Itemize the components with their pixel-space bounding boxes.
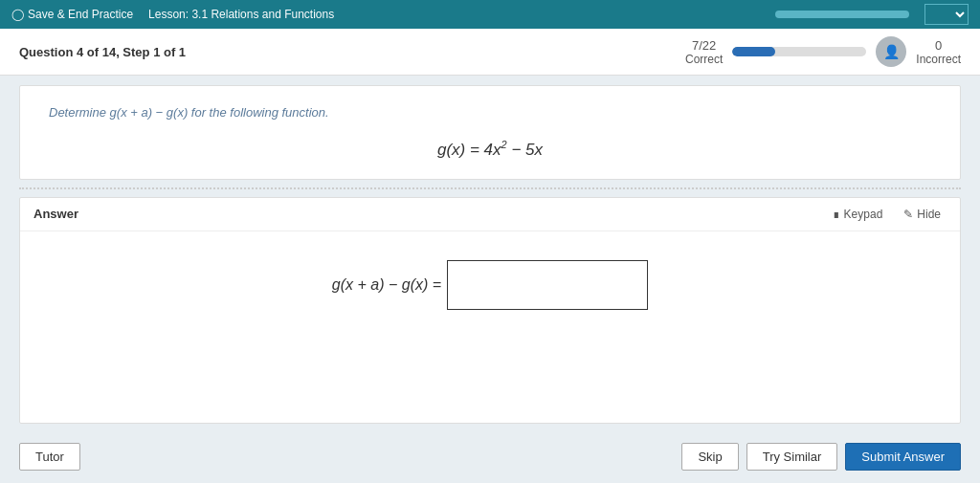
question-function: g(x) = 4x2 − 5x	[49, 139, 931, 160]
answer-equation: g(x + a) − g(x) =	[332, 260, 648, 310]
answer-work-area: g(x + a) − g(x) =	[20, 231, 960, 423]
footer-bar: Tutor Skip Try Similar Submit Answer	[0, 433, 980, 480]
avatar: 👤	[876, 36, 906, 67]
answer-input[interactable]	[447, 260, 648, 310]
keypad-label: Keypad	[844, 208, 883, 221]
answer-label: Answer	[33, 207, 78, 221]
question-info: Question 4 of 14, Step 1 of 1	[19, 45, 186, 59]
main-content: Determine g(x + a) − g(x) for the follow…	[0, 76, 980, 433]
submit-answer-button[interactable]: Submit Answer	[845, 443, 961, 471]
top-progress-bar	[775, 11, 909, 18]
equation-left-side: g(x + a) − g(x) =	[332, 276, 441, 294]
top-dropdown[interactable]	[924, 4, 969, 25]
tutor-button[interactable]: Tutor	[19, 443, 80, 471]
pencil-icon: ✎	[903, 208, 913, 221]
correct-label: Correct	[685, 53, 723, 66]
answer-header: Answer ∎ Keypad ✎ Hide	[20, 198, 960, 231]
question-card: Determine g(x + a) − g(x) for the follow…	[19, 85, 961, 180]
hide-label: Hide	[917, 208, 941, 221]
score-area: 7/22 Correct 👤 0 Incorrect	[685, 36, 961, 67]
score-progress-fill	[732, 47, 775, 56]
skip-button[interactable]: Skip	[681, 443, 738, 471]
footer-right-buttons: Skip Try Similar Submit Answer	[681, 443, 961, 471]
hide-button[interactable]: ✎ Hide	[898, 206, 947, 223]
section-separator	[19, 187, 961, 189]
question-instruction: Determine g(x + a) − g(x) for the follow…	[49, 105, 931, 120]
try-similar-button[interactable]: Try Similar	[746, 443, 838, 471]
correct-score-number: 7/22	[685, 38, 723, 53]
incorrect-label: Incorrect	[916, 53, 961, 66]
save-label: Save & End Practice	[28, 8, 133, 21]
incorrect-score-number: 0	[916, 38, 961, 53]
avatar-icon: 👤	[883, 44, 900, 59]
top-nav-bar: ◯ Save & End Practice Lesson: 3.1 Relati…	[0, 0, 980, 29]
correct-score-block: 7/22 Correct	[685, 38, 723, 66]
answer-tools: ∎ Keypad ✎ Hide	[827, 206, 947, 223]
incorrect-score-block: 0 Incorrect	[916, 38, 961, 66]
save-icon: ◯	[11, 8, 24, 21]
save-end-practice-button[interactable]: ◯ Save & End Practice	[11, 8, 133, 21]
question-header: Question 4 of 14, Step 1 of 1 7/22 Corre…	[0, 29, 980, 76]
lesson-title: Lesson: 3.1 Relations and Functions	[148, 8, 760, 21]
keypad-icon: ∎	[833, 208, 840, 221]
keypad-button[interactable]: ∎ Keypad	[827, 206, 889, 223]
score-progress-track	[732, 47, 866, 56]
answer-section: Answer ∎ Keypad ✎ Hide g(x + a) − g(x) =	[19, 197, 961, 424]
